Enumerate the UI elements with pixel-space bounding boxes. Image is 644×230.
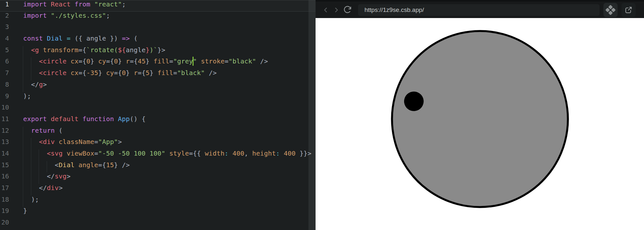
code-token bbox=[79, 115, 82, 123]
code-line[interactable]: 3 bbox=[0, 23, 316, 34]
forward-chevron-icon bbox=[333, 6, 340, 14]
code-token: ={ bbox=[114, 69, 122, 77]
code-token bbox=[23, 46, 31, 54]
refresh-button[interactable] bbox=[342, 5, 353, 15]
code-line[interactable]: 18 ); bbox=[0, 196, 316, 207]
code-token: 5 bbox=[146, 69, 149, 77]
forward-button[interactable] bbox=[331, 5, 342, 15]
line-number[interactable]: 4 bbox=[0, 34, 9, 46]
line-number[interactable]: 16 bbox=[0, 172, 9, 184]
line-number[interactable]: 11 bbox=[0, 115, 9, 127]
code-line[interactable]: 2import "./styles.css"; bbox=[0, 12, 316, 23]
code-text: <div className="App"> bbox=[23, 138, 122, 149]
code-token: ; bbox=[106, 12, 110, 19]
line-number[interactable]: 19 bbox=[0, 207, 9, 218]
code-token: ={ bbox=[79, 46, 87, 54]
code-token: = bbox=[94, 138, 98, 146]
code-token: } bbox=[146, 57, 154, 65]
line-number[interactable]: 17 bbox=[0, 184, 9, 196]
code-text: import "./styles.css"; bbox=[23, 12, 110, 23]
code-text: } bbox=[23, 207, 27, 218]
code-token: App bbox=[118, 115, 130, 123]
code-line[interactable]: 19} bbox=[0, 207, 316, 218]
code-token: )` bbox=[149, 46, 157, 54]
code-line[interactable]: 13 <div className="App"> bbox=[0, 138, 316, 149]
code-editor-pane[interactable]: 1import React from "react";2import "./st… bbox=[0, 0, 316, 230]
code-text: <Dial angle={15} /> bbox=[23, 161, 130, 173]
code-line[interactable]: 20 bbox=[0, 218, 316, 230]
code-token bbox=[47, 115, 51, 123]
code-line[interactable]: 10 bbox=[0, 103, 316, 115]
code-line[interactable]: 11export default function App() { bbox=[0, 115, 316, 127]
code-token: () { bbox=[130, 115, 146, 123]
line-number[interactable]: 14 bbox=[0, 149, 9, 161]
code-token: " bbox=[193, 57, 197, 65]
code-token: = bbox=[173, 69, 177, 77]
devtools-button[interactable] bbox=[603, 3, 618, 17]
line-number[interactable]: 20 bbox=[0, 218, 9, 230]
code-token: } bbox=[126, 69, 134, 77]
code-token: /> bbox=[205, 69, 217, 77]
code-token: ={ bbox=[98, 161, 106, 169]
code-line[interactable]: 5 <g transform={`rotate(${angle})`}> bbox=[0, 46, 316, 58]
line-number[interactable]: 15 bbox=[0, 161, 9, 173]
browser-preview-pane bbox=[316, 0, 644, 230]
code-token: "react" bbox=[94, 0, 122, 8]
code-token bbox=[47, 0, 51, 8]
code-token: = bbox=[169, 57, 173, 65]
line-number[interactable]: 18 bbox=[0, 196, 9, 207]
codesandbox-window: { "editor": { "background": "#1c1f20", "… bbox=[0, 0, 644, 230]
code-token: < bbox=[23, 161, 59, 169]
code-token: transform bbox=[43, 46, 78, 54]
code-lines: 1import React from "react";2import "./st… bbox=[0, 0, 316, 230]
code-line[interactable]: 9); bbox=[0, 92, 316, 104]
back-button[interactable] bbox=[320, 5, 331, 15]
line-number[interactable]: 10 bbox=[0, 103, 9, 115]
url-input[interactable] bbox=[358, 4, 600, 16]
code-token: default bbox=[51, 115, 79, 123]
line-number[interactable]: 3 bbox=[0, 23, 9, 34]
preview-viewport bbox=[316, 18, 644, 230]
code-line[interactable]: 8 </g> bbox=[0, 81, 316, 92]
line-number[interactable]: 7 bbox=[0, 69, 9, 81]
code-line[interactable]: 6 <circle cx={0} cy={0} r={45} fill="gre… bbox=[0, 57, 316, 69]
code-token: 400 bbox=[284, 149, 296, 157]
open-external-button[interactable] bbox=[621, 3, 636, 17]
code-token: ={ bbox=[79, 57, 87, 65]
code-token: className bbox=[59, 138, 94, 146]
code-token: "-50 -50 100 100" bbox=[98, 149, 165, 157]
code-token: ={ bbox=[79, 69, 87, 77]
code-token: cy bbox=[98, 57, 106, 65]
code-token bbox=[229, 149, 232, 157]
code-line[interactable]: 15 <Dial angle={15} /> bbox=[0, 161, 316, 173]
dial-face bbox=[382, 21, 578, 217]
code-text: <circle cx={0} cy={0} r={45} fill="grey"… bbox=[23, 57, 268, 69]
line-number[interactable]: 2 bbox=[0, 12, 9, 23]
code-line[interactable]: 17 </div> bbox=[0, 184, 316, 196]
code-line[interactable]: 12 return ( bbox=[0, 127, 316, 138]
line-number[interactable]: 5 bbox=[0, 46, 9, 58]
dial-svg bbox=[382, 21, 578, 217]
code-token: /> bbox=[256, 57, 268, 65]
code-text: </div> bbox=[23, 184, 63, 196]
code-line[interactable]: 4const Dial = ({ angle }) => ( bbox=[0, 34, 316, 46]
code-token: : bbox=[276, 149, 280, 157]
code-line[interactable]: 7 <circle cx={-35} cy={0} r={5} fill="bl… bbox=[0, 69, 316, 81]
line-number[interactable]: 13 bbox=[0, 138, 9, 149]
line-number[interactable]: 9 bbox=[0, 92, 9, 104]
line-number[interactable]: 12 bbox=[0, 127, 9, 138]
code-line[interactable]: 14 <svg viewBox="-50 -50 100 100" style=… bbox=[0, 149, 316, 161]
line-number[interactable]: 8 bbox=[0, 81, 9, 92]
code-token: "App" bbox=[98, 138, 118, 146]
code-token: } bbox=[149, 69, 157, 77]
line-number[interactable]: 1 bbox=[0, 0, 9, 12]
code-token: 0 bbox=[86, 57, 90, 65]
code-token bbox=[23, 138, 39, 146]
code-token: width bbox=[205, 149, 224, 157]
code-token: > bbox=[59, 184, 62, 192]
code-line[interactable]: 16 </svg> bbox=[0, 172, 316, 184]
line-number[interactable]: 6 bbox=[0, 57, 9, 69]
code-token bbox=[67, 69, 71, 77]
code-token: = bbox=[94, 149, 98, 157]
code-line[interactable]: 1import React from "react"; bbox=[0, 0, 316, 12]
